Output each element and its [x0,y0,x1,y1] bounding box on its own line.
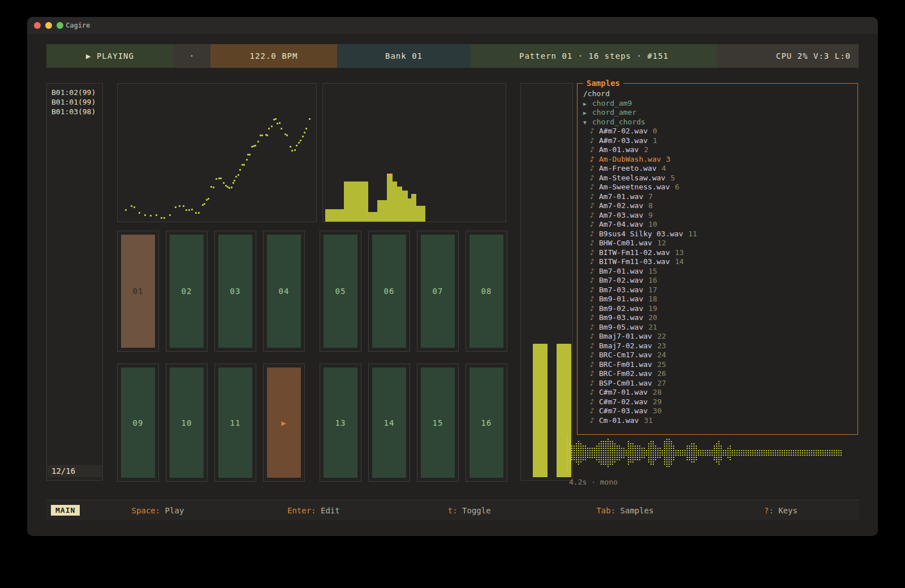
pad-10-surface[interactable]: 10 [170,368,204,478]
level-meter-1 [533,344,548,477]
pitch-scatter-chart [118,84,316,222]
histogram-chart [325,174,425,222]
sample-file-row[interactable]: ♪Bm7-01.wav15 [583,267,857,276]
voice-list: B01:02(99)B01:01(99)B01:03(98) [47,84,102,116]
sample-file-index: 31 [644,416,653,425]
sample-file-row[interactable]: ♪BRC-Cm17.wav24 [583,351,857,360]
pad-4[interactable]: 04 [263,231,305,352]
sample-file-name: Bmaj7-02.wav [599,341,652,350]
pad-1[interactable]: 01 [117,231,159,352]
pad-16-surface[interactable]: 16 [469,368,503,478]
pad-15-surface[interactable]: 15 [421,368,455,478]
folder-row[interactable]: ▶chord_amer [583,108,857,118]
pad-3-surface[interactable]: 03 [218,235,252,348]
pad-12[interactable]: ▶ [263,364,305,482]
sample-file-row[interactable]: ♪Bm7-03.wav17 [583,286,857,295]
sample-file-row[interactable]: ♪B9sus4 Silky 03.wav11 [583,230,857,239]
music-note-icon: ♪ [590,286,599,295]
sample-file-name: Am7-04.wav [599,220,643,228]
sample-file-index: 23 [657,341,666,350]
sample-file-name: C#m7-03.wav [599,407,648,415]
sample-file-name: Bm7-01.wav [599,267,643,275]
sample-file-row[interactable]: ♪A#m7-02.wav0 [583,127,857,136]
sample-file-row[interactable]: ♪Cm-01.wav31 [583,416,857,426]
sample-file-row[interactable]: ♪BITW-Fm11-03.wav14 [583,257,857,267]
pad-2[interactable]: 02 [166,231,208,352]
pad-15[interactable]: 15 [417,364,459,482]
hint-enter: Enter: Edit [236,506,391,515]
status-segment-bank: Bank 01 [337,44,471,68]
sample-file-row[interactable]: ♪Bmaj7-02.wav23 [583,341,857,351]
pad-1-surface[interactable]: 01 [121,235,155,348]
sample-file-row[interactable]: ♪Am7-03.wav9 [583,211,857,220]
pad-label: 09 [133,418,144,427]
sample-file-row[interactable]: ♪Am-Sweetness.wav6 [583,183,857,192]
title-bar[interactable]: Cagire [27,17,878,34]
sample-file-row[interactable]: ♪C#m7-01.wav28 [583,388,857,397]
pad-2-surface[interactable]: 02 [170,235,204,348]
pad-8-surface[interactable]: 08 [469,235,503,348]
sample-file-row[interactable]: ♪Bm9-02.wav19 [583,304,857,314]
pad-16[interactable]: 16 [466,364,507,482]
sample-file-row[interactable]: ♪Bm7-02.wav16 [583,276,857,286]
pad-7[interactable]: 07 [417,231,459,352]
zoom-window-button[interactable] [57,22,63,29]
pad-8[interactable]: 08 [466,231,507,352]
sample-file-row[interactable]: ♪Am7-02.wav8 [583,201,857,211]
sample-file-row[interactable]: ♪C#m7-02.wav29 [583,397,857,407]
music-note-icon: ♪ [590,155,599,165]
sample-file-row[interactable]: ♪BITW-Fm11-02.wav13 [583,248,857,258]
pad-13[interactable]: 13 [320,364,361,482]
folder-row[interactable]: ▶chord_am9 [583,99,857,109]
sample-file-row[interactable]: ♪Am-Steelsaw.wav5 [583,174,857,183]
pad-5-surface[interactable]: 05 [324,235,357,348]
sample-file-name: Am-DubWash.wav [599,155,661,163]
sample-file-name: Bm7-03.wav [599,286,643,294]
pad-9[interactable]: 09 [117,364,159,482]
sample-file-row[interactable]: ♪Bmaj7-01.wav22 [583,332,857,341]
pad-13-surface[interactable]: 13 [324,368,357,478]
sample-file-row[interactable]: ♪Am7-04.wav10 [583,220,857,230]
sample-file-index: 26 [657,369,666,378]
folder-name: chord_amer [592,108,636,116]
pad-grid: 0102030405060708091011▶13141516 [117,231,507,482]
sample-file-name: Am7-01.wav [599,192,643,201]
sample-file-row[interactable]: ♪Bm9-03.wav20 [583,313,857,323]
sample-file-name: BSP-Cm01.wav [599,379,652,387]
sample-file-row[interactable]: ♪Am-DubWash.wav3 [583,155,857,165]
sample-file-row[interactable]: ♪Bm9-01.wav18 [583,295,857,304]
pad-6-surface[interactable]: 06 [372,235,406,348]
window-title: Cagire [66,21,90,29]
sample-file-row[interactable]: ♪Am-Freeto.wav4 [583,164,857,174]
hint-key: t: [448,506,458,515]
sample-file-row[interactable]: ♪Am-01.wav2 [583,145,857,155]
pad-5[interactable]: 05 [320,231,361,352]
pad-6[interactable]: 06 [368,231,410,352]
sample-file-row[interactable]: ♪BRC-Fm01.wav25 [583,360,857,370]
pad-7-surface[interactable]: 07 [421,235,455,348]
sample-file-row[interactable]: ♪BSP-Cm01.wav27 [583,379,857,388]
pad-11-surface[interactable]: 11 [218,368,252,478]
pad-14[interactable]: 14 [368,364,410,482]
minimize-window-button[interactable] [45,22,52,29]
samples-list[interactable]: /chord▶chord_am9▶chord_amer▼chord_chords… [578,84,857,425]
pad-14-surface[interactable]: 14 [372,368,406,478]
folder-row[interactable]: ▼chord_chords [583,118,857,127]
status-segment-pattern-info: Pattern 01 · 16 steps · #151 [471,44,717,68]
close-window-button[interactable] [34,22,41,29]
pad-4-surface[interactable]: 04 [267,235,301,348]
pad-3[interactable]: 03 [214,231,256,352]
pad-9-surface[interactable]: 09 [121,368,155,478]
music-note-icon: ♪ [590,313,599,323]
pad-12-surface[interactable]: ▶ [267,368,301,478]
pad-11[interactable]: 11 [214,364,256,482]
sample-file-row[interactable]: ♪Bm9-05.wav21 [583,323,857,332]
sample-file-row[interactable]: ♪BHW-Cm01.wav12 [583,239,857,248]
histogram-bar [387,174,393,222]
pad-10[interactable]: 10 [166,364,208,482]
sample-file-row[interactable]: ♪Am7-01.wav7 [583,192,857,202]
sample-file-row[interactable]: ♪A#m7-03.wav1 [583,136,857,146]
hint-key: Enter: [287,506,316,515]
sample-file-row[interactable]: ♪BRC-Fm02.wav26 [583,369,857,379]
sample-file-row[interactable]: ♪C#m7-03.wav30 [583,407,857,416]
